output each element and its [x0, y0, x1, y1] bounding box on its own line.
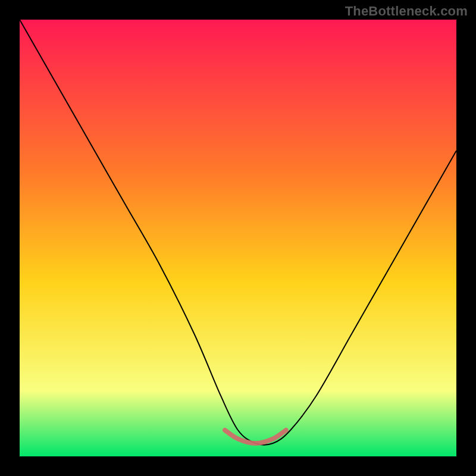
- chart-frame: TheBottleneck.com: [0, 0, 476, 476]
- watermark-label: TheBottleneck.com: [345, 4, 468, 19]
- gradient-background: [20, 20, 456, 456]
- plot-area: [20, 20, 456, 456]
- plot-svg: [20, 20, 456, 456]
